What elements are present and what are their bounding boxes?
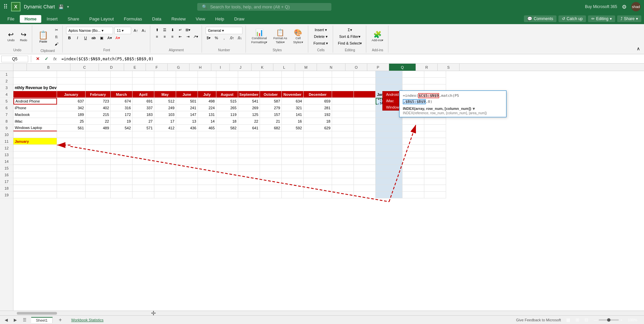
cell-d11[interactable] — [86, 138, 111, 145]
col-header-g[interactable]: G — [168, 64, 190, 71]
conditional-formatting-button[interactable]: 📊ConditionalFormatting▾ — [249, 28, 269, 45]
cell-k7[interactable]: 125 — [238, 111, 260, 118]
cell-o2[interactable] — [332, 78, 354, 84]
row-num-5[interactable]: 5 — [0, 98, 13, 105]
sort-filter-button[interactable]: Sort & Filter▾ — [338, 34, 362, 40]
cell-r2[interactable] — [402, 78, 424, 84]
cell-f5[interactable]: 691 — [132, 98, 154, 105]
cell-q1[interactable] — [376, 71, 402, 78]
waffle-icon[interactable]: ⠿ — [3, 3, 8, 10]
cell-f7[interactable]: 183 — [132, 111, 154, 118]
share-button[interactable]: ⤴ Share ▾ — [617, 15, 641, 22]
format-as-table-button[interactable]: 📋Format AsTable▾ — [271, 28, 289, 45]
cell-k11[interactable] — [238, 138, 260, 145]
cell-o11[interactable] — [332, 138, 354, 145]
format-painter-button[interactable]: 🖌 — [53, 41, 60, 47]
col-header-h[interactable]: H — [190, 64, 211, 71]
indent-increase-button[interactable]: ⇥ — [184, 34, 191, 40]
cell-h6[interactable]: 241 — [176, 105, 198, 111]
row-num-2[interactable]: 2 — [0, 78, 13, 84]
cell-p10[interactable] — [354, 131, 376, 138]
cell-l3[interactable] — [260, 84, 282, 91]
tab-file[interactable]: File — [3, 15, 19, 23]
orientation-button[interactable]: ↗▾ — [192, 34, 199, 40]
cell-n7[interactable]: 192 — [304, 111, 332, 118]
cell-n9[interactable]: 629 — [304, 125, 332, 131]
cell-o5[interactable] — [332, 98, 354, 105]
cell-m2[interactable] — [282, 78, 304, 84]
col-header-c[interactable]: C — [70, 64, 99, 71]
cell-c5[interactable]: 637 — [57, 98, 86, 105]
cell-l4[interactable]: October — [260, 91, 282, 98]
cell-l6[interactable]: 279 — [260, 105, 282, 111]
cell-o6[interactable] — [332, 105, 354, 111]
cell-b3[interactable]: nthly Revenue by Device — [13, 84, 57, 91]
cell-f4[interactable]: April — [132, 91, 154, 98]
tab-review[interactable]: Review — [167, 15, 191, 23]
cell-c6[interactable]: 342 — [57, 105, 86, 111]
col-header-i[interactable]: I — [211, 64, 230, 71]
cell-r9[interactable] — [402, 125, 424, 131]
autosum-button[interactable]: Σ▾ — [346, 27, 354, 33]
cell-i7[interactable]: 131 — [198, 111, 216, 118]
indent-decrease-button[interactable]: ⇤ — [177, 34, 183, 40]
col-header-e[interactable]: E — [124, 64, 146, 71]
cell-i10[interactable] — [198, 131, 216, 138]
cell-k8[interactable]: 22 — [238, 118, 260, 125]
cell-g11[interactable] — [154, 138, 176, 145]
add-sheet-button[interactable]: + — [56, 317, 64, 323]
cell-n1[interactable] — [304, 71, 332, 78]
decrease-decimal-button[interactable]: .0↓ — [236, 35, 243, 41]
undo-button[interactable]: ↩Undo — [5, 30, 17, 43]
cell-c1[interactable] — [57, 71, 86, 78]
row-num-3[interactable]: 3 — [0, 84, 13, 91]
cell-i3[interactable] — [198, 84, 216, 91]
cell-g7[interactable]: 103 — [154, 111, 176, 118]
cell-b12[interactable] — [13, 145, 57, 151]
cell-i8[interactable]: 14 — [198, 118, 216, 125]
cell-d1[interactable] — [86, 71, 111, 78]
cell-m10[interactable] — [282, 131, 304, 138]
italic-button[interactable]: I — [74, 35, 81, 41]
prev-sheet-button[interactable]: ◀ — [3, 318, 9, 322]
cell-h5[interactable]: 501 — [176, 98, 198, 105]
align-right-button[interactable]: ≡ — [169, 34, 176, 40]
bold-button[interactable]: B — [66, 35, 73, 41]
align-center-button[interactable]: ≡ — [161, 34, 168, 40]
fill-color-button[interactable]: A▾ — [106, 35, 113, 41]
search-bar[interactable]: 🔍 Search for tools, help, and more (Alt … — [197, 3, 331, 11]
cell-k2[interactable] — [238, 78, 260, 84]
cell-c9[interactable]: 561 — [57, 125, 86, 131]
tab-view[interactable]: View — [191, 15, 210, 23]
cell-f10[interactable] — [132, 131, 154, 138]
cell-o10[interactable] — [332, 131, 354, 138]
increase-font-button[interactable]: A↑ — [132, 27, 139, 34]
comma-button[interactable]: , — [221, 35, 227, 41]
cell-r1[interactable] — [402, 71, 424, 78]
row-num-17[interactable]: 17 — [0, 178, 13, 185]
row-num-9[interactable]: 9 — [0, 125, 13, 131]
col-header-n[interactable]: N — [317, 64, 345, 71]
tab-share[interactable]: Share — [63, 15, 84, 23]
align-middle-button[interactable]: ☰ — [161, 27, 168, 33]
cell-l7[interactable]: 157 — [260, 111, 282, 118]
cell-h8[interactable]: 13 — [176, 118, 198, 125]
cell-l10[interactable] — [260, 131, 282, 138]
cell-h7[interactable]: 147 — [176, 111, 198, 118]
cell-styles-button[interactable]: 🎨CellStyles▾ — [291, 28, 305, 45]
cell-i1[interactable] — [198, 71, 216, 78]
cell-q7[interactable] — [376, 111, 402, 118]
row-num-16[interactable]: 16 — [0, 172, 13, 178]
col-header-q[interactable]: Q — [389, 64, 416, 71]
cell-g3[interactable] — [154, 84, 176, 91]
cell-c8[interactable]: 25 — [57, 118, 86, 125]
cell-r11[interactable] — [402, 138, 424, 145]
cell-i6[interactable]: 224 — [198, 105, 216, 111]
cell-f8[interactable]: 27 — [132, 118, 154, 125]
font-size-dropdown[interactable]: 11 ▾ — [114, 27, 131, 34]
col-header-f[interactable]: F — [146, 64, 168, 71]
cell-b6[interactable]: iPhone — [13, 105, 57, 111]
editing-button[interactable]: ✏ Editing ▾ — [588, 15, 615, 22]
col-header-d[interactable]: D — [99, 64, 124, 71]
zoom-control[interactable]: — + — [594, 318, 622, 322]
